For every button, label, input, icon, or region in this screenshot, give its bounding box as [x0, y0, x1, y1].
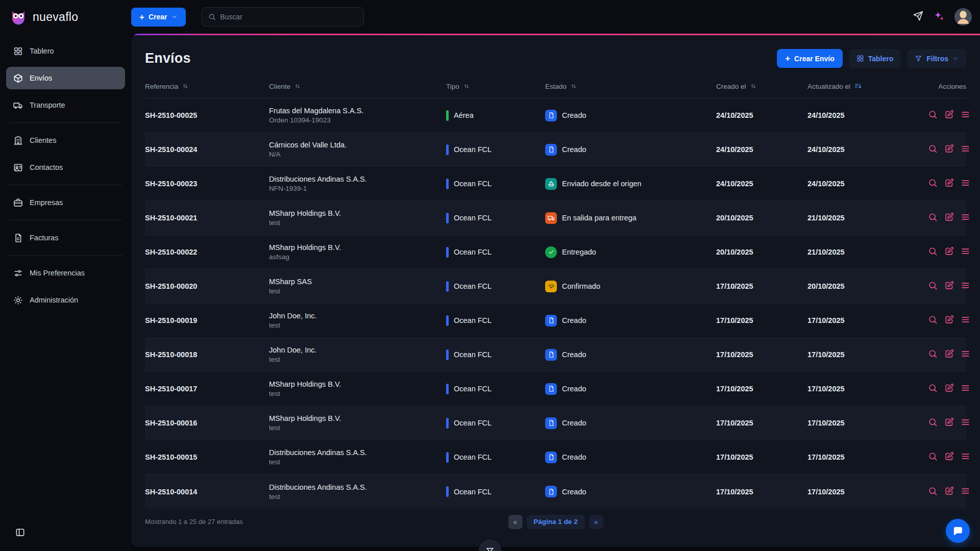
- edit-action-button[interactable]: [944, 417, 954, 429]
- sidebar-item-administracion[interactable]: Administración: [6, 289, 125, 311]
- view-action-button[interactable]: [928, 383, 938, 394]
- edit-icon: [944, 349, 954, 359]
- document-icon: [545, 383, 557, 395]
- updated-date: 17/10/2025: [807, 419, 928, 427]
- updated-date: 24/10/2025: [807, 180, 928, 188]
- client-cell: John Doe, Inc. test: [269, 312, 446, 329]
- column-header-tipo[interactable]: Tipo: [446, 82, 545, 90]
- sidebar-divider: [9, 185, 122, 185]
- sidebar-item-mis-preferencias[interactable]: Mis Preferencias: [6, 262, 125, 284]
- edit-action-button[interactable]: [944, 452, 954, 463]
- view-action-button[interactable]: [928, 452, 938, 463]
- chat-fab[interactable]: [946, 519, 970, 543]
- menu-action-button[interactable]: [961, 144, 970, 155]
- column-header-cliente[interactable]: Cliente: [269, 82, 446, 90]
- document-icon: [545, 315, 557, 327]
- column-header-creado-el[interactable]: Creado el: [716, 82, 807, 90]
- type-label: Aérea: [454, 111, 474, 119]
- search-box[interactable]: [202, 7, 364, 27]
- search-input[interactable]: [220, 13, 357, 21]
- magnifier-icon: [928, 178, 938, 188]
- row-actions: [928, 315, 970, 326]
- view-action-button[interactable]: [928, 212, 938, 223]
- table-row[interactable]: SH-2510-00021 MSharp Holdings B.V. test …: [145, 201, 966, 235]
- client-ref: test: [269, 458, 446, 466]
- send-button[interactable]: [913, 11, 923, 23]
- type-label: Ocean FCL: [454, 214, 492, 222]
- user-avatar[interactable]: [954, 8, 972, 26]
- edit-icon: [944, 486, 954, 496]
- view-action-button[interactable]: [928, 178, 938, 189]
- edit-action-button[interactable]: [944, 281, 954, 292]
- board-view-button[interactable]: Tablero: [849, 49, 901, 68]
- menu-action-button[interactable]: [961, 281, 970, 292]
- table-row[interactable]: SH-2510-00014 Distribuciones Andinas S.A…: [145, 474, 966, 509]
- create-shipment-button[interactable]: + Crear Envío: [777, 49, 843, 68]
- client-cell: John Doe, Inc. test: [269, 346, 446, 363]
- menu-action-button[interactable]: [961, 452, 970, 463]
- table-row[interactable]: SH-2510-00018 John Doe, Inc. test Ocean …: [145, 338, 966, 372]
- view-action-button[interactable]: [928, 486, 938, 497]
- type-color-bar: [446, 486, 449, 497]
- shipments-table: ReferenciaClienteTipoEstadoCreado elActu…: [145, 82, 966, 509]
- column-header-actualizado-el[interactable]: Actualizado el: [807, 82, 928, 90]
- edit-action-button[interactable]: [944, 110, 954, 121]
- table-row[interactable]: SH-2510-00024 Cárnicos del Valle Ltda. N…: [145, 133, 966, 167]
- sidebar-collapse-button[interactable]: [15, 528, 25, 539]
- sidebar-item-tablero[interactable]: Tablero: [6, 40, 125, 62]
- table-row[interactable]: SH-2510-00025 Frutas del Magdalena S.A.S…: [145, 98, 966, 133]
- create-button[interactable]: + Crear: [131, 8, 186, 27]
- edit-action-button[interactable]: [944, 246, 954, 258]
- sidebar-item-empresas[interactable]: Empresas: [6, 191, 125, 214]
- menu-action-button[interactable]: [961, 417, 970, 429]
- edit-action-button[interactable]: [944, 212, 954, 223]
- menu-action-button[interactable]: [961, 383, 970, 394]
- table-row[interactable]: SH-2510-00023 Distribuciones Andinas S.A…: [145, 167, 966, 201]
- edit-action-button[interactable]: [944, 144, 954, 155]
- table-row[interactable]: SH-2510-00017 MSharp Holdings B.V. test …: [145, 372, 966, 406]
- sidebar-item-envios[interactable]: Envíos: [6, 67, 125, 89]
- table-row[interactable]: SH-2510-00022 MSharp Holdings B.V. asfsa…: [145, 235, 966, 269]
- table-row[interactable]: SH-2510-00020 MSharp SAS test Ocean FCL …: [145, 269, 966, 304]
- row-actions: [928, 452, 970, 463]
- view-action-button[interactable]: [928, 417, 938, 429]
- column-header-estado[interactable]: Estado: [545, 82, 716, 90]
- column-header-referencia[interactable]: Referencia: [145, 82, 269, 90]
- prev-page-button[interactable]: «: [508, 515, 522, 529]
- view-action-button[interactable]: [928, 281, 938, 292]
- filters-label: Filtros: [926, 55, 948, 63]
- table-header: ReferenciaClienteTipoEstadoCreado elActu…: [145, 82, 966, 98]
- table-row[interactable]: SH-2510-00016 MSharp Holdings B.V. test …: [145, 406, 966, 440]
- row-reference: SH-2510-00025: [145, 111, 269, 119]
- edit-action-button[interactable]: [944, 486, 954, 497]
- edit-action-button[interactable]: [944, 178, 954, 189]
- menu-action-button[interactable]: [961, 110, 970, 121]
- view-action-button[interactable]: [928, 246, 938, 258]
- edit-action-button[interactable]: [944, 315, 954, 326]
- menu-action-button[interactable]: [961, 212, 970, 223]
- sliders-icon: [13, 268, 23, 278]
- edit-action-button[interactable]: [944, 349, 954, 360]
- menu-action-button[interactable]: [961, 349, 970, 360]
- menu-action-button[interactable]: [961, 315, 970, 326]
- menu-action-button[interactable]: [961, 178, 970, 189]
- table-row[interactable]: SH-2510-00019 John Doe, Inc. test Ocean …: [145, 304, 966, 338]
- menu-action-button[interactable]: [961, 246, 970, 258]
- sidebar-item-contactos[interactable]: Contactos: [6, 156, 125, 179]
- brand[interactable]: nuevaflo: [0, 8, 131, 26]
- menu-action-button[interactable]: [961, 486, 970, 497]
- view-action-button[interactable]: [928, 349, 938, 360]
- filters-button[interactable]: Filtros: [907, 49, 966, 68]
- edit-action-button[interactable]: [944, 383, 954, 394]
- view-action-button[interactable]: [928, 110, 938, 121]
- page-header-actions: + Crear Envío Tablero Filtros: [777, 49, 966, 68]
- sidebar-item-transporte[interactable]: Transporte: [6, 94, 125, 116]
- table-row[interactable]: SH-2510-00015 Distribuciones Andinas S.A…: [145, 440, 966, 474]
- row-actions: [928, 349, 970, 360]
- sidebar-item-clientes[interactable]: Clientes: [6, 129, 125, 152]
- view-action-button[interactable]: [928, 315, 938, 326]
- view-action-button[interactable]: [928, 144, 938, 155]
- next-page-button[interactable]: »: [589, 515, 603, 529]
- sidebar-item-facturas[interactable]: Facturas: [6, 227, 125, 249]
- ai-assistant-button[interactable]: [934, 11, 944, 23]
